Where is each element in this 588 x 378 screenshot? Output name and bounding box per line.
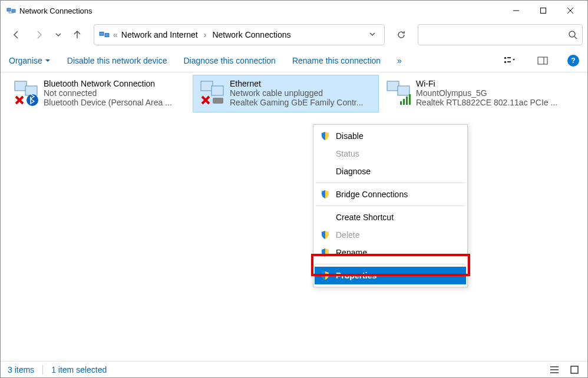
connection-name: Ethernet	[230, 79, 376, 88]
network-icon	[99, 29, 110, 40]
shield-icon	[321, 230, 330, 240]
context-properties[interactable]: Properties	[315, 267, 466, 284]
breadcrumb-separator: ›	[204, 30, 207, 39]
svg-rect-17	[25, 86, 37, 95]
svg-rect-14	[538, 57, 547, 64]
svg-rect-20	[212, 86, 223, 95]
connection-status: Not connected	[44, 88, 190, 98]
titlebar: Network Connections	[1, 1, 587, 21]
status-separator	[42, 365, 43, 374]
large-icons-view-button[interactable]	[569, 364, 580, 376]
svg-rect-24	[400, 101, 402, 105]
command-toolbar: Organise Disable this network device Dia…	[1, 49, 587, 72]
connection-wifi[interactable]: Wi-Fi MountOlympus_5G Realtek RTL8822CE …	[379, 75, 565, 112]
context-separator	[316, 183, 465, 183]
svg-rect-16	[15, 81, 27, 91]
view-options-button[interactable]	[501, 52, 518, 69]
shield-icon	[321, 131, 330, 141]
svg-rect-23	[398, 86, 409, 95]
svg-rect-26	[406, 97, 408, 105]
context-separator	[316, 264, 465, 264]
svg-rect-7	[105, 34, 109, 37]
context-disable[interactable]: Disable	[315, 127, 466, 145]
context-rename[interactable]: Rename	[315, 244, 466, 261]
connection-name: Wi-Fi	[416, 79, 562, 88]
refresh-button[interactable]	[391, 24, 412, 45]
status-item-count: 3 items	[8, 365, 34, 374]
connection-status: MountOlympus_5G	[416, 88, 562, 98]
shield-icon	[321, 248, 330, 257]
svg-rect-19	[201, 81, 213, 91]
help-button[interactable]: ?	[567, 55, 579, 67]
diagnose-connection-button[interactable]: Diagnose this connection	[183, 56, 275, 65]
svg-rect-6	[100, 32, 104, 36]
svg-line-9	[574, 37, 577, 39]
breadcrumb-part1[interactable]: Network and Internet	[121, 30, 198, 39]
svg-rect-31	[571, 366, 578, 373]
svg-rect-27	[409, 94, 411, 105]
svg-rect-21	[213, 98, 223, 104]
svg-rect-22	[387, 81, 399, 91]
context-bridge[interactable]: Bridge Connections	[315, 185, 466, 203]
organise-button[interactable]: Organise	[9, 56, 51, 65]
close-button[interactable]	[557, 1, 584, 21]
context-create-shortcut[interactable]: Create Shortcut	[315, 208, 466, 226]
connection-device: Realtek RTL8822CE 802.11ac PCIe ...	[416, 98, 562, 107]
connection-device: Bluetooth Device (Personal Area ...	[44, 98, 190, 107]
connection-bluetooth[interactable]: Bluetooth Network Connection Not connect…	[6, 75, 193, 112]
context-separator	[316, 205, 465, 206]
context-menu: Disable Status Diagnose Bridge Connectio…	[313, 124, 468, 287]
status-bar: 3 items 1 item selected	[1, 361, 587, 377]
svg-rect-10	[504, 57, 506, 59]
toolbar-overflow-button[interactable]: »	[397, 56, 402, 65]
address-dropdown-button[interactable]	[365, 30, 379, 39]
rename-connection-button[interactable]: Rename this connection	[292, 56, 381, 65]
maximize-button[interactable]	[530, 1, 557, 21]
shield-icon	[321, 271, 330, 280]
address-bar[interactable]: « Network and Internet › Network Connect…	[94, 24, 385, 45]
recent-locations-button[interactable]	[52, 24, 64, 45]
svg-rect-3	[541, 8, 546, 14]
search-icon	[568, 30, 577, 39]
connections-list: Bluetooth Network Connection Not connect…	[1, 72, 587, 115]
window-title: Network Connections	[19, 6, 503, 15]
disable-device-button[interactable]: Disable this network device	[67, 56, 167, 65]
forward-button[interactable]	[29, 24, 50, 45]
context-status: Status	[315, 145, 466, 163]
up-button[interactable]	[67, 24, 88, 45]
ethernet-connection-icon	[196, 78, 230, 108]
navigation-bar: « Network and Internet › Network Connect…	[1, 21, 587, 49]
shield-icon	[321, 190, 330, 199]
preview-pane-button[interactable]	[534, 52, 551, 69]
connection-device: Realtek Gaming GbE Family Contr...	[230, 98, 376, 107]
context-delete: Delete	[315, 226, 466, 244]
back-button[interactable]	[5, 24, 27, 45]
minimize-button[interactable]	[503, 1, 530, 21]
wifi-connection-icon	[382, 78, 416, 108]
svg-rect-25	[403, 99, 405, 105]
details-view-button[interactable]	[549, 364, 560, 376]
breadcrumb-part2[interactable]: Network Connections	[212, 30, 290, 39]
network-connections-icon	[6, 6, 16, 15]
search-box[interactable]	[418, 24, 583, 45]
context-diagnose[interactable]: Diagnose	[315, 163, 466, 180]
connection-name: Bluetooth Network Connection	[44, 79, 190, 88]
status-selected-count: 1 item selected	[51, 365, 107, 374]
bluetooth-connection-icon	[9, 78, 44, 108]
connection-status: Network cable unplugged	[230, 88, 376, 98]
svg-point-8	[569, 31, 575, 37]
breadcrumb-prefix: «	[113, 30, 118, 39]
connection-ethernet[interactable]: Ethernet Network cable unplugged Realtek…	[193, 75, 379, 112]
svg-rect-0	[7, 8, 11, 11]
svg-rect-11	[504, 61, 506, 63]
